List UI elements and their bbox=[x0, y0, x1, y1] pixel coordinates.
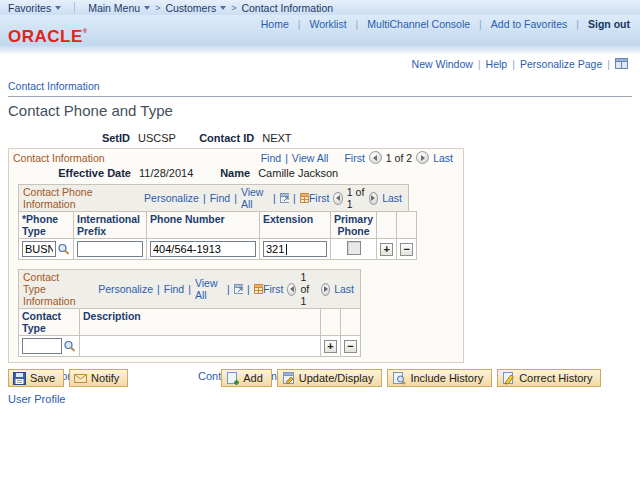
include-history-label: Include History bbox=[410, 372, 483, 384]
lookup-magnifier-icon[interactable] bbox=[63, 340, 76, 353]
phone-number-input[interactable] bbox=[150, 241, 256, 257]
breadcrumb-customers[interactable]: Customers bbox=[165, 2, 226, 14]
col-extension: Extension bbox=[260, 212, 331, 239]
zoom-popup-icon[interactable] bbox=[280, 193, 289, 203]
next-row-button[interactable] bbox=[369, 192, 378, 205]
extension-input[interactable] bbox=[263, 241, 327, 257]
correct-history-icon bbox=[502, 372, 515, 385]
arrow-left-icon bbox=[336, 195, 340, 201]
personalize-link[interactable]: Personalize bbox=[98, 283, 153, 295]
col-primary-phone: Primary Phone bbox=[331, 212, 377, 239]
previous-row-button[interactable] bbox=[369, 151, 382, 164]
link-separator: | bbox=[576, 18, 579, 30]
zoom-popup-icon[interactable] bbox=[234, 284, 243, 294]
update-display-button[interactable]: Update/Display bbox=[277, 369, 383, 387]
previous-row-button[interactable] bbox=[333, 192, 342, 205]
effective-date-value: 11/28/2014 bbox=[139, 167, 211, 179]
international-prefix-input[interactable] bbox=[77, 241, 143, 257]
add-row-button[interactable]: + bbox=[380, 243, 393, 256]
phone-type-input[interactable] bbox=[22, 241, 56, 257]
primary-phone-checkbox[interactable] bbox=[347, 241, 361, 255]
find-link[interactable]: Find bbox=[210, 192, 230, 204]
correct-history-button[interactable]: Correct History bbox=[497, 369, 601, 387]
add-label: Add bbox=[243, 372, 263, 384]
breadcrumb-separator: > bbox=[231, 3, 236, 13]
arrow-right-icon bbox=[371, 195, 375, 201]
last-link[interactable]: Last bbox=[334, 283, 354, 295]
link-separator: | bbox=[273, 192, 276, 204]
type-grid-title: Contact Type Information bbox=[23, 271, 84, 307]
personalize-link[interactable]: Personalize bbox=[144, 192, 199, 204]
page-action-links: New Window | Help | Personalize Page | bbox=[0, 55, 640, 70]
phone-grid-title: Contact Phone Information bbox=[23, 186, 130, 210]
type-grid-data-row: + − bbox=[19, 336, 361, 357]
contact-type-input[interactable] bbox=[22, 338, 62, 354]
first-link[interactable]: First bbox=[263, 283, 283, 295]
home-link[interactable]: Home bbox=[261, 18, 289, 30]
update-display-icon bbox=[282, 372, 295, 385]
download-grid-icon[interactable] bbox=[300, 193, 309, 203]
delete-row-button[interactable]: − bbox=[400, 243, 413, 256]
breadcrumb-current-label: Contact Information bbox=[241, 2, 333, 14]
link-separator: | bbox=[478, 58, 481, 70]
col-international-prefix: International Prefix bbox=[74, 212, 147, 239]
add-button[interactable]: Add bbox=[221, 369, 272, 387]
download-grid-icon[interactable] bbox=[254, 284, 263, 294]
link-separator: | bbox=[188, 283, 191, 295]
find-link[interactable]: Find bbox=[261, 152, 281, 164]
chevron-down-icon bbox=[55, 6, 61, 10]
link-separator: | bbox=[607, 58, 610, 70]
col-phone-number: Phone Number bbox=[147, 212, 260, 239]
add-to-favorites-link[interactable]: Add to Favorites bbox=[491, 18, 567, 30]
first-link[interactable]: First bbox=[309, 192, 329, 204]
key-fields: SetID USCSP Contact ID NEXT bbox=[0, 132, 640, 144]
header-links: Home | Worklist | MultiChannel Console |… bbox=[261, 18, 630, 30]
link-separator: | bbox=[234, 192, 237, 204]
save-button[interactable]: Save bbox=[8, 369, 64, 387]
tab-contact-information[interactable]: Contact Information bbox=[8, 80, 632, 97]
view-all-link[interactable]: View All bbox=[195, 277, 223, 301]
contact-information-scroll-area: Contact Information Find | View All Firs… bbox=[8, 148, 464, 363]
personalize-layout-icon[interactable] bbox=[615, 58, 628, 69]
favorites-menu[interactable]: Favorites bbox=[8, 2, 61, 14]
new-window-link[interactable]: New Window bbox=[412, 58, 473, 70]
sign-out-link[interactable]: Sign out bbox=[588, 18, 630, 30]
main-menu[interactable]: Main Menu bbox=[88, 2, 150, 14]
lookup-magnifier-icon[interactable] bbox=[57, 243, 70, 256]
view-all-link[interactable]: View All bbox=[292, 152, 329, 164]
effective-date-row: Effective Date 11/28/2014 Name Camille J… bbox=[9, 167, 463, 179]
row-position: 1 of 1 bbox=[300, 271, 317, 307]
notify-button[interactable]: Notify bbox=[69, 369, 128, 387]
user-profile-link[interactable]: User Profile bbox=[8, 393, 65, 405]
help-link[interactable]: Help bbox=[486, 58, 508, 70]
type-grid-links: Personalize | Find | View All | | bbox=[98, 277, 263, 301]
contact-id-value: NEXT bbox=[262, 132, 291, 144]
description-cell bbox=[80, 336, 321, 357]
find-link[interactable]: Find bbox=[164, 283, 184, 295]
link-separator: | bbox=[293, 192, 296, 204]
link-separator: | bbox=[157, 283, 160, 295]
chevron-down-icon bbox=[220, 6, 226, 10]
oracle-logo: ORACLE® bbox=[8, 28, 88, 45]
view-all-link[interactable]: View All bbox=[241, 186, 269, 210]
notify-label: Notify bbox=[91, 372, 119, 384]
last-link[interactable]: Last bbox=[382, 192, 402, 204]
link-separator: | bbox=[247, 283, 250, 295]
col-phone-type: *Phone Type bbox=[19, 212, 74, 239]
link-separator: | bbox=[298, 18, 301, 30]
multichannel-console-link[interactable]: MultiChannel Console bbox=[367, 18, 470, 30]
col-contact-type: Contact Type bbox=[19, 309, 80, 336]
next-row-button[interactable] bbox=[321, 283, 330, 296]
delete-row-button[interactable]: − bbox=[344, 340, 357, 353]
previous-row-button[interactable] bbox=[287, 283, 296, 296]
last-link[interactable]: Last bbox=[433, 152, 453, 164]
worklist-link[interactable]: Worklist bbox=[309, 18, 346, 30]
include-history-button[interactable]: Include History bbox=[387, 369, 492, 387]
personalize-page-link[interactable]: Personalize Page bbox=[520, 58, 602, 70]
next-row-button[interactable] bbox=[416, 151, 429, 164]
breadcrumb-current: Contact Information bbox=[241, 2, 333, 14]
setid-value: USCSP bbox=[138, 132, 194, 144]
row-position: 1 of 1 bbox=[347, 186, 365, 210]
first-link[interactable]: First bbox=[344, 152, 364, 164]
add-row-button[interactable]: + bbox=[324, 340, 337, 353]
